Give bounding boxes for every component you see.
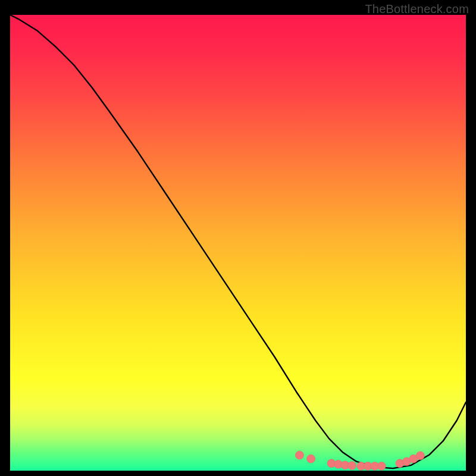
data-point	[416, 452, 424, 460]
chart-container: TheBottleneck.com	[0, 0, 476, 476]
marker-group	[295, 451, 424, 470]
bottleneck-curve	[10, 15, 466, 468]
watermark-text: TheBottleneck.com	[365, 2, 469, 16]
plot-area	[10, 15, 466, 471]
data-point	[307, 455, 315, 463]
data-point	[348, 462, 356, 470]
chart-svg	[10, 15, 466, 471]
data-point	[295, 451, 303, 459]
data-point	[377, 462, 386, 470]
